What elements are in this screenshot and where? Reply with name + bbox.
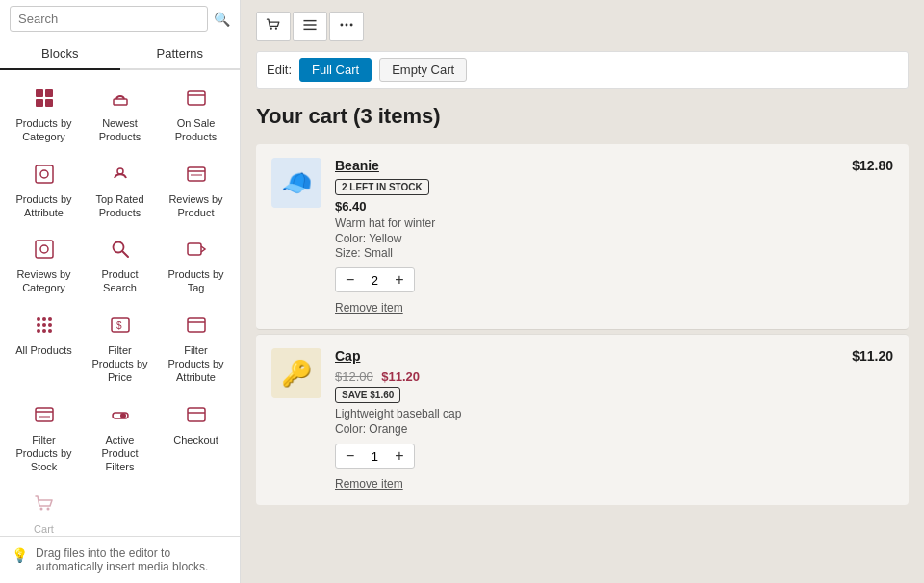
toolbar-cart-button[interactable] [256,12,291,41]
svg-point-26 [48,329,52,333]
top-rated-products-icon [110,164,131,189]
svg-line-16 [122,252,128,258]
cart-label: Cart [34,522,54,536]
checkout-icon [186,404,207,429]
beanie-stock-badge: 2 LEFT IN STOCK [335,179,429,195]
reviews-by-product-label: Reviews by Product [166,192,227,220]
block-cart[interactable]: Cart [10,488,79,536]
products-by-attribute-icon [34,164,55,189]
sidebar: 🔍 Blocks Patterns Products by Category [0,0,241,583]
svg-point-24 [37,329,40,333]
svg-point-21 [37,323,40,327]
toolbar-list-button[interactable] [293,12,327,41]
beanie-description: Warm hat for winter [335,216,893,230]
newest-products-icon [110,88,131,113]
full-cart-button[interactable]: Full Cart [299,58,372,82]
cap-image: 🔑 [271,348,321,398]
svg-point-14 [40,245,48,253]
svg-rect-29 [188,318,205,332]
cap-price-sale: $11.20 [381,369,420,384]
beanie-price: $6.40 [335,199,893,214]
svg-point-46 [346,24,348,27]
checkout-label: Checkout [173,433,218,446]
beanie-qty-decrease[interactable]: − [344,272,356,288]
svg-rect-13 [36,241,53,258]
beanie-name[interactable]: Beanie [335,158,379,173]
beanie-size: Size: Small [335,246,893,260]
edit-label: Edit: [267,63,292,77]
svg-point-18 [37,317,40,321]
svg-rect-2 [36,99,43,107]
on-sale-products-icon [186,88,207,113]
svg-point-45 [340,24,343,27]
reviews-by-category-icon [34,239,55,264]
cap-remove-button[interactable]: Remove item [335,477,403,491]
svg-point-20 [48,317,52,321]
cap-qty-increase[interactable]: + [393,448,405,464]
sidebar-footer: 💡 Drag files into the editor to automati… [0,536,240,583]
tab-blocks[interactable]: Blocks [0,38,120,70]
cap-price-row: $12.00 $11.20 [335,368,893,385]
cap-qty-decrease[interactable]: − [344,448,356,464]
toolbar-more-button[interactable] [329,12,364,41]
block-row-3: Reviews by Category Product Search [0,229,240,305]
cart-title: Your cart (3 items) [256,104,909,129]
svg-rect-36 [188,408,205,421]
cap-total: $11.20 [852,348,893,364]
search-button[interactable]: 🔍 [214,12,230,27]
block-products-by-attribute[interactable]: Products by Attribute [10,158,79,226]
block-on-sale-products[interactable]: On Sale Products [162,82,231,150]
svg-rect-10 [188,167,205,181]
cap-price-original: $12.00 [335,369,373,384]
svg-point-40 [270,28,272,30]
block-row-4: All Products $ Filter Products by Price [0,305,240,394]
empty-cart-button[interactable]: Empty Cart [379,58,467,82]
block-checkout[interactable]: Checkout [162,398,231,480]
cart-item-cap: 🔑 Cap $11.20 $12.00 $11.20 SAVE $1.60 Li… [256,334,909,505]
block-products-by-category[interactable]: Products by Category [10,82,79,150]
active-product-filters-icon [110,404,131,429]
tab-patterns[interactable]: Patterns [120,38,241,68]
block-row-6: Cart [0,484,240,536]
active-product-filters-label: Active Product Filters [90,433,151,474]
block-reviews-by-product[interactable]: Reviews by Product [162,158,231,226]
svg-rect-31 [36,408,53,421]
block-all-products[interactable]: All Products [10,309,79,391]
bulb-icon: 💡 [12,547,28,563]
cap-details: Cap $11.20 $12.00 $11.20 SAVE $1.60 Ligh… [335,348,893,492]
all-products-label: All Products [15,343,72,357]
beanie-qty-increase[interactable]: + [393,272,405,288]
beanie-details: Beanie $12.80 2 LEFT IN STOCK $6.40 Warm… [335,158,893,316]
block-filter-by-stock[interactable]: Filter Products by Stock [10,398,79,480]
block-active-product-filters[interactable]: Active Product Filters [86,398,155,480]
block-product-search[interactable]: Product Search [86,233,155,301]
cap-name[interactable]: Cap [335,348,360,364]
beanie-remove-button[interactable]: Remove item [335,301,403,315]
svg-point-38 [39,507,42,510]
main-content: Edit: Full Cart Empty Cart Your cart (3 … [241,0,924,583]
block-filter-by-attribute[interactable]: Filter Products by Attribute [162,309,231,391]
newest-products-label: Newest Products [90,116,151,144]
filter-by-attribute-label: Filter Products by Attribute [166,343,227,385]
svg-point-9 [117,168,123,174]
svg-point-47 [350,24,353,27]
block-reviews-by-category[interactable]: Reviews by Category [10,233,79,301]
svg-point-8 [40,170,48,178]
filter-by-stock-label: Filter Products by Stock [13,433,75,474]
svg-point-22 [42,323,46,327]
filter-by-attribute-icon [186,315,207,340]
filter-by-price-icon: $ [110,315,131,340]
beanie-image: 🧢 [271,158,321,208]
filter-by-price-label: Filter Products by Price [90,343,151,385]
beanie-total: $12.80 [852,158,893,173]
beanie-qty-control: − 2 + [335,267,415,292]
block-newest-products[interactable]: Newest Products [86,82,155,150]
block-products-by-tag[interactable]: Products by Tag [162,233,231,301]
cap-qty-value: 1 [366,449,383,464]
tabs: Blocks Patterns [0,38,240,70]
block-top-rated-products[interactable]: Top Rated Products [86,158,155,226]
search-input[interactable] [10,6,208,32]
top-rated-products-label: Top Rated Products [90,192,151,220]
products-by-tag-label: Products by Tag [166,267,227,295]
block-filter-by-price[interactable]: $ Filter Products by Price [86,309,155,391]
